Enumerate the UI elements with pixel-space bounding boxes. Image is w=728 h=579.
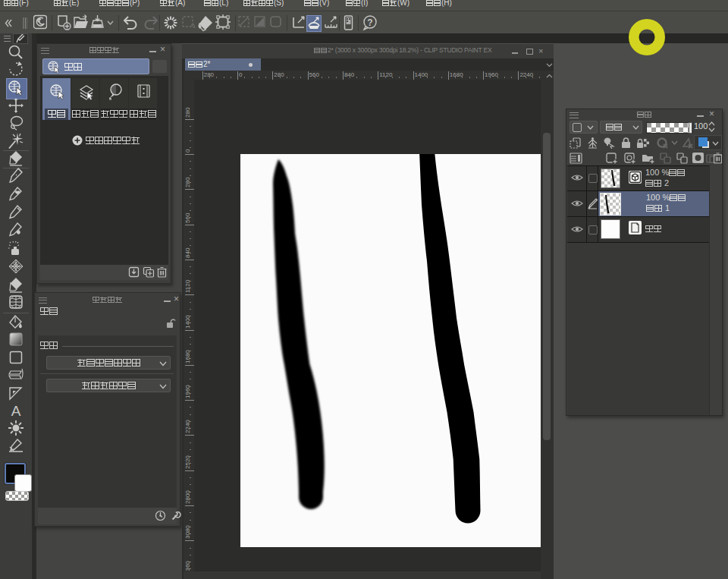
svg-text:?: ? xyxy=(367,17,372,28)
svg-text:A: A xyxy=(11,403,21,419)
